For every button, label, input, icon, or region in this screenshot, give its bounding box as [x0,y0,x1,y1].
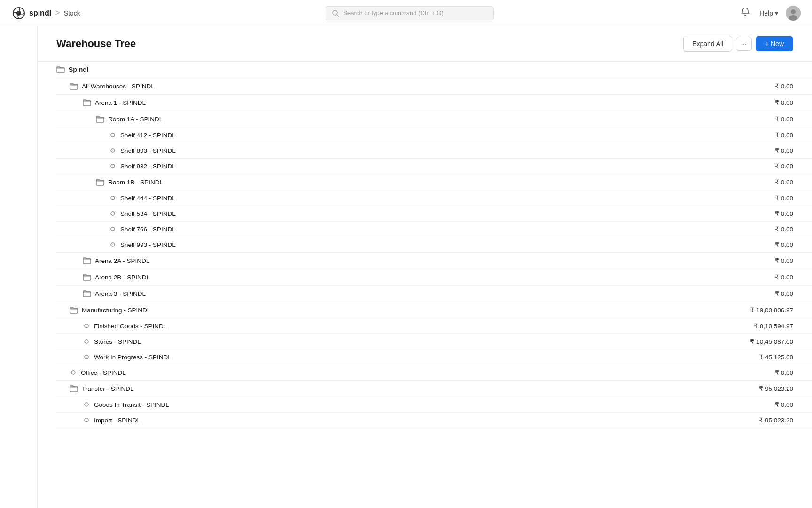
tree-value-shelf412: ₹ 0.00 [775,131,793,139]
tree-label-shelf412: Shelf 412 - SPINDL [120,132,176,139]
folder-icon-arena2a [83,256,91,265]
tree-label-arena2b: Arena 2B - SPINDL [95,274,150,281]
navbar-center: Search or type a command (Ctrl + G) [80,6,739,20]
folder-icon-arena3 [83,289,91,298]
svg-point-12 [111,149,115,152]
tree-row-stores[interactable]: Stores - SPINDL₹ 10,45,087.00 [56,334,812,349]
notifications-button[interactable] [739,5,752,21]
tree-row-shelf982[interactable]: Shelf 982 - SPINDL₹ 0.00 [56,159,812,174]
dot-icon-shelf444 [109,194,117,202]
tree-label-goods-in-transit: Goods In Transit - SPINDL [94,401,169,408]
bell-icon [741,7,750,16]
search-bar[interactable]: Search or type a command (Ctrl + G) [325,6,494,20]
tree-label-transfer: Transfer - SPINDL [82,385,134,392]
tree-label-stores: Stores - SPINDL [94,338,141,345]
tree-row-shelf893[interactable]: Shelf 893 - SPINDL₹ 0.00 [56,143,812,159]
tree-label-office: Office - SPINDL [81,369,126,376]
navbar-right: Help ▾ [739,5,801,21]
tree-row-goods-in-transit[interactable]: Goods In Transit - SPINDL₹ 0.00 [56,397,812,413]
folder-icon-arena2b [83,273,91,281]
sidebar-strip [0,26,38,508]
help-button[interactable]: Help ▾ [759,9,778,17]
tree-row-room1b[interactable]: Room 1B - SPINDL₹ 0.00 [56,174,812,190]
tree-label-shelf993: Shelf 993 - SPINDL [120,241,176,248]
tree-row-room1a[interactable]: Room 1A - SPINDL₹ 0.00 [56,111,812,127]
tree-value-shelf993: ₹ 0.00 [775,241,793,248]
dot-icon-shelf893 [109,147,117,154]
tree-label-import: Import - SPINDL [94,417,141,424]
tree-row-arena1[interactable]: Arena 1 - SPINDL₹ 0.00 [56,95,812,111]
tree-label-room1b: Room 1B - SPINDL [108,179,163,186]
tree-label-room1a: Room 1A - SPINDL [108,116,163,123]
svg-point-5 [791,9,796,14]
tree-value-shelf444: ₹ 0.00 [775,194,793,202]
breadcrumb-stock[interactable]: Stock [64,9,80,17]
dot-icon-shelf982 [109,162,117,170]
tree-value-all-warehouses: ₹ 0.00 [775,82,793,90]
dot-icon-shelf766 [109,225,117,233]
dot-icon-shelf412 [109,131,117,139]
tree-value-import: ₹ 95,023.20 [759,416,793,424]
tree-row-shelf444[interactable]: Shelf 444 - SPINDL₹ 0.00 [56,190,812,206]
tree-label-finished-goods: Finished Goods - SPINDL [94,323,167,330]
svg-point-18 [111,243,115,246]
tree-row-all-warehouses[interactable]: All Warehouses - SPINDL₹ 0.00 [56,78,812,95]
expand-all-button[interactable]: Expand All [683,36,732,52]
tree-row-arena2b[interactable]: Arena 2B - SPINDL₹ 0.00 [56,269,812,286]
tree-value-arena2a: ₹ 0.00 [775,257,793,264]
page-actions: Expand All ··· + New [683,36,793,52]
tree-value-wip: ₹ 45,125.00 [759,353,793,361]
tree-row-arena3[interactable]: Arena 3 - SPINDL₹ 0.00 [56,286,812,302]
tree-label-manufacturing: Manufacturing - SPINDL [82,307,150,314]
avatar[interactable] [786,6,801,21]
tree-row-shelf766[interactable]: Shelf 766 - SPINDL₹ 0.00 [56,222,812,237]
tree-row-shelf412[interactable]: Shelf 412 - SPINDL₹ 0.00 [56,127,812,143]
svg-point-13 [111,164,115,168]
svg-point-25 [85,355,88,359]
breadcrumb-separator: > [55,8,60,18]
brand-logo-link[interactable]: spindl [11,6,51,21]
tree-row-spindl[interactable]: Spindl [56,62,812,78]
tree-value-arena3: ₹ 0.00 [775,290,793,297]
search-placeholder: Search or type a command (Ctrl + G) [343,9,444,16]
navbar: spindl > Stock Search or type a command … [0,0,812,26]
tree-value-goods-in-transit: ₹ 0.00 [775,401,793,408]
help-label: Help [759,9,773,17]
folder-icon-spindl [56,65,65,74]
tree-value-shelf534: ₹ 0.00 [775,210,793,217]
new-button[interactable]: + New [756,36,793,51]
avatar-image [786,6,801,21]
dot-icon-goods-in-transit [83,401,90,408]
help-chevron-icon: ▾ [775,9,778,17]
tree-row-transfer[interactable]: Transfer - SPINDL₹ 95,023.20 [56,381,812,397]
tree-container: SpindlAll Warehouses - SPINDL₹ 0.00Arena… [38,62,812,428]
tree-row-arena2a[interactable]: Arena 2A - SPINDL₹ 0.00 [56,253,812,269]
folder-icon-arena1 [83,98,91,107]
more-options-button[interactable]: ··· [736,37,752,51]
search-icon [332,9,339,17]
tree-value-arena2b: ₹ 0.00 [775,273,793,281]
tree-value-shelf982: ₹ 0.00 [775,162,793,170]
tree-row-manufacturing[interactable]: Manufacturing - SPINDL₹ 19,00,806.97 [56,302,812,318]
svg-point-17 [111,227,115,231]
tree-value-office: ₹ 0.00 [775,369,793,376]
tree-row-shelf534[interactable]: Shelf 534 - SPINDL₹ 0.00 [56,206,812,222]
tree-row-finished-goods[interactable]: Finished Goods - SPINDL₹ 8,10,594.97 [56,318,812,334]
folder-icon-room1a [96,115,104,123]
tree-label-arena1: Arena 1 - SPINDL [95,99,146,106]
tree-value-room1b: ₹ 0.00 [775,178,793,186]
dot-icon-finished-goods [83,322,90,330]
tree-row-import[interactable]: Import - SPINDL₹ 95,023.20 [56,413,812,428]
tree-row-office[interactable]: Office - SPINDL₹ 0.00 [56,365,812,381]
page-header: Warehouse Tree Expand All ··· + New [38,26,812,62]
folder-icon-room1b [96,178,104,186]
dot-icon-shelf534 [109,210,117,217]
svg-point-6 [789,15,797,21]
svg-point-11 [111,133,115,137]
svg-point-28 [85,403,88,406]
tree-value-transfer: ₹ 95,023.20 [759,385,793,392]
tree-row-shelf993[interactable]: Shelf 993 - SPINDL₹ 0.00 [56,237,812,253]
tree-value-shelf766: ₹ 0.00 [775,225,793,233]
tree-label-wip: Work In Progress - SPINDL [94,354,172,361]
tree-row-wip[interactable]: Work In Progress - SPINDL₹ 45,125.00 [56,349,812,365]
